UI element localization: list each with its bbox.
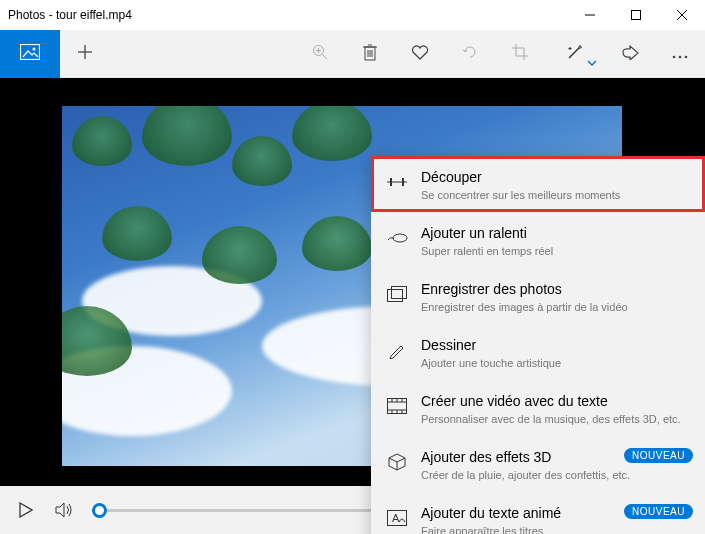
ellipsis-icon	[672, 45, 688, 63]
edit-menu: Découper Se concentrer sur les meilleurs…	[371, 156, 705, 534]
svg-line-9	[323, 54, 328, 59]
menu-sub: Créer de la pluie, ajouter des confettis…	[421, 468, 691, 482]
svg-point-5	[33, 47, 36, 50]
favorite-button[interactable]	[395, 30, 445, 78]
menu-sub: Personnaliser avec de la musique, des ef…	[421, 412, 691, 426]
svg-point-27	[673, 55, 676, 58]
menu-title: Enregistrer des photos	[421, 280, 691, 298]
menu-item-video-text[interactable]: Créer une vidéo avec du texte Personnali…	[371, 380, 705, 436]
magnifier-plus-icon	[312, 44, 328, 64]
delete-button[interactable]	[345, 30, 395, 78]
image-icon	[20, 44, 40, 64]
svg-rect-34	[388, 290, 403, 302]
menu-item-3d-effects[interactable]: Ajouter des effets 3D Créer de la pluie,…	[371, 436, 705, 492]
menu-title: Dessiner	[421, 336, 691, 354]
window-title: Photos - tour eiffel.mp4	[8, 8, 132, 22]
svg-text:A: A	[392, 512, 400, 524]
close-button[interactable]	[659, 0, 705, 30]
magic-icon	[566, 43, 584, 65]
add-button[interactable]	[60, 30, 110, 78]
menu-item-animated-text[interactable]: A Ajouter du texte animé Faire apparaîtr…	[371, 492, 705, 534]
menu-sub: Super ralenti en temps réel	[421, 244, 691, 258]
text-anim-icon: A	[385, 506, 409, 530]
svg-point-33	[393, 234, 407, 242]
svg-rect-35	[392, 287, 407, 299]
plus-icon	[77, 44, 93, 64]
toolbar	[0, 30, 705, 78]
video-viewport[interactable]: Découper Se concentrer sur les meilleurs…	[0, 78, 705, 486]
play-button[interactable]	[16, 500, 36, 520]
film-icon	[385, 394, 409, 418]
menu-sub: Ajouter une touche artistique	[421, 356, 691, 370]
pen-icon	[385, 338, 409, 362]
menu-title: Découper	[421, 168, 691, 186]
minimize-button[interactable]	[567, 0, 613, 30]
frames-icon	[385, 282, 409, 306]
menu-sub: Se concentrer sur les meilleurs moments	[421, 188, 691, 202]
zoom-button[interactable]	[295, 30, 345, 78]
svg-rect-1	[632, 11, 641, 20]
svg-rect-31	[390, 178, 392, 186]
menu-item-save-photos[interactable]: Enregistrer des photos Enregistrer des i…	[371, 268, 705, 324]
menu-title: Créer une vidéo avec du texte	[421, 392, 691, 410]
collection-button[interactable]	[0, 30, 60, 78]
heart-icon	[411, 44, 429, 64]
crop-button[interactable]	[495, 30, 545, 78]
trim-icon	[385, 170, 409, 194]
slowmo-icon	[385, 226, 409, 250]
menu-item-draw[interactable]: Dessiner Ajouter une touche artistique	[371, 324, 705, 380]
more-button[interactable]	[655, 30, 705, 78]
crop-icon	[511, 43, 529, 65]
svg-marker-49	[20, 503, 32, 517]
new-badge: NOUVEAU	[624, 504, 693, 519]
trash-icon	[362, 43, 378, 65]
new-badge: NOUVEAU	[624, 448, 693, 463]
svg-point-28	[679, 55, 682, 58]
titlebar: Photos - tour eiffel.mp4	[0, 0, 705, 30]
rotate-icon	[461, 43, 479, 65]
maximize-button[interactable]	[613, 0, 659, 30]
share-button[interactable]	[605, 30, 655, 78]
share-icon	[621, 44, 639, 64]
seek-thumb[interactable]	[92, 503, 107, 518]
menu-sub: Enregistrer des images à partir de la vi…	[421, 300, 691, 314]
edit-create-button[interactable]	[545, 30, 605, 78]
svg-marker-50	[56, 503, 64, 517]
volume-button[interactable]	[54, 500, 74, 520]
cube-icon	[385, 450, 409, 474]
menu-item-slowmo[interactable]: Ajouter un ralenti Super ralenti en temp…	[371, 212, 705, 268]
rotate-button[interactable]	[445, 30, 495, 78]
svg-rect-32	[402, 178, 404, 186]
menu-item-trim[interactable]: Découper Se concentrer sur les meilleurs…	[371, 156, 705, 212]
svg-point-29	[685, 55, 688, 58]
chevron-down-icon	[587, 52, 597, 70]
menu-title: Ajouter un ralenti	[421, 224, 691, 242]
menu-sub: Faire apparaître les titres	[421, 524, 691, 534]
